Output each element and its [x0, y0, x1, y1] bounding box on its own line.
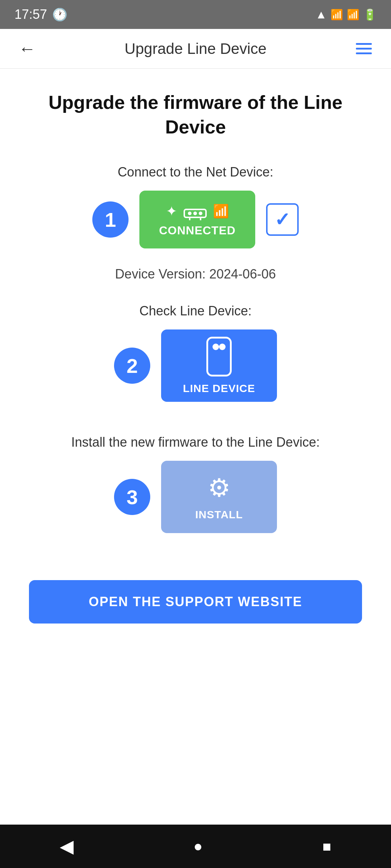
battery-icon: 🔋: [363, 8, 377, 21]
checkmark-box: ✓: [266, 203, 299, 236]
line-device-button[interactable]: LINE DEVICE: [161, 329, 277, 402]
bottom-back-button[interactable]: ◀: [60, 836, 73, 857]
bluetooth-icon: ✦: [166, 203, 177, 219]
menu-icon-line3: [356, 52, 372, 54]
status-time: 17:57 🕐: [14, 7, 67, 22]
step2-row: 2 LINE DEVICE: [22, 329, 369, 402]
svg-point-1: [188, 212, 192, 215]
page-title: Upgrade the firmware of the Line Device: [22, 90, 369, 139]
line-device-label: LINE DEVICE: [183, 382, 255, 395]
wifi-conn-icon: 📶: [213, 204, 229, 219]
step1-number: 1: [105, 208, 116, 231]
home-nav-icon: ●: [193, 838, 202, 855]
menu-button[interactable]: [351, 36, 377, 61]
step3-row: 3 ⚙ INSTALL: [22, 461, 369, 533]
support-btn-label: OPEN THE SUPPORT WEBSITE: [89, 594, 302, 609]
step2-number: 2: [126, 354, 138, 378]
step2-label: Check Line Device:: [22, 303, 369, 319]
connected-button[interactable]: ✦ 📶 CONNECTED: [139, 191, 255, 248]
wifi-icon: ▲: [315, 8, 327, 21]
bottom-nav-bar: ◀ ● ■: [0, 825, 391, 868]
time-text: 17:57: [14, 7, 47, 22]
back-nav-icon: ◀: [60, 836, 73, 857]
step1-label: Connect to the Net Device:: [22, 165, 369, 180]
connected-label: CONNECTED: [159, 224, 236, 237]
connected-icons: ✦ 📶: [166, 202, 229, 220]
step1-row: 1 ✦ 📶 CONNECTED ✓: [22, 191, 369, 248]
status-icons: ▲ 📶 📶 🔋: [315, 8, 377, 21]
svg-point-2: [193, 212, 197, 215]
nav-bar: ← Upgrade Line Device: [0, 29, 391, 69]
step2-circle: 2: [114, 348, 150, 384]
checkmark-icon: ✓: [274, 209, 290, 230]
recent-nav-icon: ■: [322, 838, 331, 855]
main-content: Upgrade the firmware of the Line Device …: [0, 69, 391, 825]
svg-point-3: [199, 212, 202, 215]
device-version: Device Version: 2024-06-06: [115, 267, 276, 282]
status-bar: 17:57 🕐 ▲ 📶 📶 🔋: [0, 0, 391, 29]
back-button[interactable]: ←: [14, 36, 40, 61]
signal2-icon: 📶: [347, 9, 360, 21]
menu-icon-line1: [356, 43, 372, 45]
menu-icon-line2: [356, 48, 372, 50]
install-button[interactable]: ⚙ INSTALL: [161, 461, 277, 533]
step1-circle: 1: [92, 201, 129, 238]
step3-number: 3: [126, 485, 138, 509]
support-website-button[interactable]: OPEN THE SUPPORT WEBSITE: [29, 580, 362, 624]
step3-circle: 3: [114, 479, 150, 515]
line-device-icon: [206, 337, 232, 376]
back-arrow-icon: ←: [18, 39, 36, 59]
bottom-recent-button[interactable]: ■: [322, 838, 331, 855]
bottom-home-button[interactable]: ●: [193, 838, 202, 855]
install-label: INSTALL: [195, 509, 243, 521]
page-nav-title: Upgrade Line Device: [40, 40, 351, 58]
router-icon: [182, 202, 208, 220]
signal-icon: 📶: [331, 9, 343, 21]
alarm-icon: 🕐: [52, 7, 67, 22]
gear-icon: ⚙: [208, 473, 231, 503]
step3-label: Install the new firmware to the Line Dev…: [22, 435, 369, 450]
